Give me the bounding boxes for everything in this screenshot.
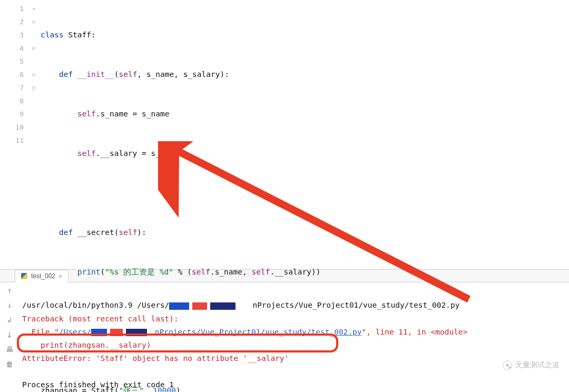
self-ref: self (119, 228, 137, 237)
watermark-text: 无量测试之道 (515, 360, 560, 370)
keyword: def (59, 228, 73, 237)
traceback-line: Traceback (most recent call last): (22, 315, 179, 323)
self-ref: self (252, 268, 270, 276)
self-ref: self (119, 70, 137, 79)
dunder: __init__ (77, 70, 114, 79)
string: "%s 的工资是 %d" (105, 268, 173, 276)
console-line: /usr/local/bin/python3.9 /Users/ (22, 301, 169, 309)
keyword: def (59, 70, 73, 79)
line-number: 10 (0, 121, 29, 134)
line-number: 11 (0, 134, 29, 147)
trash-icon[interactable]: 🗑 (4, 358, 15, 370)
console-toolbar: ↑ ↓ ↲ ⤓ 🖶 🗑 (0, 282, 19, 392)
scroll-up-icon[interactable]: ↑ (4, 285, 15, 296)
fold-end-icon: ⊟ (29, 81, 38, 94)
line-number: 7 (0, 81, 29, 94)
line-number-gutter: 1 2 3 4 5 6 7 8 9 10 11 (0, 0, 29, 269)
fold-icon[interactable]: ▾ (29, 2, 38, 15)
line-number: 9 (0, 107, 29, 121)
console-output[interactable]: /usr/local/bin/python3.9 /Users/ nProjec… (19, 282, 569, 392)
builtin: print (77, 268, 101, 276)
print-icon[interactable]: 🖶 (4, 344, 15, 355)
self-ref: self (77, 149, 96, 158)
file-link[interactable]: nProjects/Vue_Project01/vue_study/test_0… (155, 328, 362, 336)
line-number: 1 (0, 2, 29, 15)
traceback-line: print(zhangsan.__salary) (22, 341, 151, 349)
run-tool-window: test_002 × ↑ ↓ ↲ ⤓ 🖶 🗑 /usr/local/bin/py… (0, 270, 569, 392)
file-link[interactable]: /Users/ (59, 328, 91, 336)
fold-end-icon: ⊟ (29, 42, 38, 55)
line-number: 2 (0, 15, 29, 28)
python-icon (21, 272, 28, 280)
line-number: 5 (0, 55, 29, 68)
keyword: class (41, 31, 64, 39)
watermark: 无量测试之道 (503, 360, 560, 370)
exit-line: Process finished with exit code 1 (22, 380, 174, 389)
fold-gutter: ▾ ⊖ ⊟ ⊖ ⊟ (29, 0, 38, 269)
scroll-to-end-icon[interactable]: ⤓ (4, 329, 15, 340)
fold-icon[interactable]: ⊖ (29, 68, 38, 81)
wechat-icon (503, 360, 512, 370)
line-number: 8 (0, 94, 29, 107)
fold-icon[interactable]: ⊖ (29, 15, 38, 28)
code-content[interactable]: class Staff: def __init__(self, s_name, … (38, 0, 569, 269)
scroll-down-icon[interactable]: ↓ (4, 299, 15, 311)
redacted-icon (91, 326, 150, 339)
line-number: 3 (0, 28, 29, 42)
line-number: 6 (0, 68, 29, 81)
code-editor[interactable]: 1 2 3 4 5 6 7 8 9 10 11 ▾ ⊖ ⊟ ⊖ ⊟ class … (0, 0, 569, 270)
soft-wrap-icon[interactable]: ↲ (4, 314, 15, 326)
line-number: 4 (0, 42, 29, 55)
self-ref: self (77, 110, 96, 118)
self-ref: self (192, 268, 210, 276)
redacted-icon (169, 299, 239, 312)
error-line: AttributeError: 'Staff' object has no at… (22, 354, 289, 362)
